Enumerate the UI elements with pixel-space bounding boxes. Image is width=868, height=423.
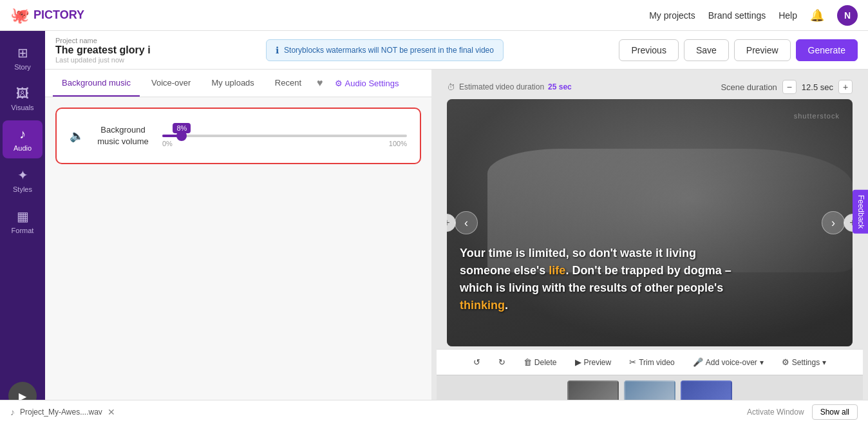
notice-text: Storyblocks watermarks will NOT be prese… — [284, 46, 494, 55]
settings-chevron: ▾ — [822, 358, 826, 367]
sidebar-item-label-story: Story — [14, 63, 31, 71]
project-info: Project name The greatest glory i Last u… — [55, 37, 151, 64]
scene-duration-decrease[interactable]: − — [782, 80, 797, 94]
undo-button[interactable]: ↺ — [466, 353, 487, 371]
caption-line1: Your time is limited, so don't waste it … — [460, 247, 696, 259]
save-button[interactable]: Save — [684, 39, 729, 61]
audio-tabs: Background music Voice-over My uploads R… — [45, 70, 431, 97]
tab-background-music[interactable]: Background music — [53, 70, 140, 97]
play-icon: ▶ — [575, 357, 581, 367]
sidebar-item-visuals[interactable]: 🖼 Visuals — [3, 80, 42, 118]
sidebar-item-label-audio: Audio — [14, 144, 32, 152]
sidebar: ⊞ Story 🖼 Visuals ♪ Audio ✦ Styles ▦ For… — [0, 31, 45, 423]
estimated-duration-label: Estimated video duration — [459, 82, 544, 91]
storyblocks-notice: ℹ Storyblocks watermarks will NOT be pre… — [266, 39, 504, 61]
settings-button[interactable]: ⚙ Settings ▾ — [775, 353, 833, 371]
preview-label: Preview — [584, 358, 612, 367]
audio-settings-tab[interactable]: ⚙ Audio Settings — [330, 71, 404, 96]
activate-windows-text: Activate Window — [747, 408, 804, 417]
estimated-duration: ⏱ Estimated video duration 25 sec — [439, 79, 580, 96]
slider-labels: 0% 100% — [162, 140, 407, 147]
bottom-bar: ♪ Project_My-Awes....wav ✕ Activate Wind… — [0, 400, 868, 423]
sidebar-item-label-styles: Styles — [13, 185, 32, 193]
slider-thumb[interactable] — [176, 131, 187, 141]
scene-duration-value: 12.5 sec — [802, 82, 833, 92]
sidebar-item-audio[interactable]: ♪ Audio — [3, 120, 42, 158]
slider-track[interactable] — [162, 135, 407, 137]
story-icon: ⊞ — [17, 45, 28, 61]
generate-button[interactable]: Generate — [796, 39, 858, 61]
clock-icon: ⏱ — [447, 82, 455, 92]
bottom-left: ♪ Project_My-Awes....wav ✕ — [10, 407, 115, 417]
feedback-tab[interactable]: Feedback — [853, 189, 868, 234]
voiceover-chevron: ▾ — [760, 358, 764, 367]
tab-my-uploads[interactable]: My uploads — [202, 70, 263, 97]
sidebar-item-styles[interactable]: ✦ Styles — [3, 161, 42, 200]
topnav-right: My projects Brand settings Help 🔔 N — [649, 5, 858, 26]
nav-help[interactable]: Help — [778, 10, 797, 21]
show-all-button[interactable]: Show all — [812, 404, 858, 420]
video-toolbar: ↺ ↻ 🗑 Delete ▶ Preview ✂ Tr — [437, 349, 863, 375]
sidebar-item-format[interactable]: ▦ Format — [3, 202, 42, 241]
scene-duration-label: Scene duration — [721, 82, 777, 92]
favorites-heart-icon[interactable]: ♥ — [313, 70, 327, 97]
volume-card: 🔈 Backgroundmusic volume 8% 0% 100% — [55, 108, 421, 164]
audio-filename: Project_My-Awes....wav — [20, 408, 102, 417]
styles-icon: ✦ — [17, 167, 28, 183]
nav-prev-scene[interactable]: ‹ — [455, 211, 478, 234]
nav-my-projects[interactable]: My projects — [649, 10, 695, 21]
add-voiceover-button[interactable]: 🎤 Add voice-over ▾ — [686, 353, 771, 371]
two-col: Background music Voice-over My uploads R… — [45, 70, 868, 423]
delete-button[interactable]: 🗑 Delete — [516, 353, 564, 371]
notification-icon[interactable]: 🔔 — [810, 8, 824, 23]
header-actions: Previous Save Preview Generate — [619, 39, 858, 61]
close-audio-button[interactable]: ✕ — [108, 407, 115, 417]
redo-button[interactable]: ↻ — [491, 353, 513, 371]
redo-icon: ↻ — [498, 357, 505, 367]
trim-video-button[interactable]: ✂ Trim video — [622, 353, 682, 371]
audio-icon: ♪ — [19, 127, 26, 142]
video-preview-button[interactable]: ▶ Preview — [568, 353, 619, 371]
topnav: 🐙 PICTORY My projects Brand settings Hel… — [0, 0, 868, 31]
content-area: Project name The greatest glory i Last u… — [45, 31, 868, 423]
logo[interactable]: 🐙 PICTORY — [10, 6, 84, 24]
caption-line2-pre: someone else's — [460, 264, 549, 277]
caption-end: . — [505, 299, 508, 312]
slider-max-label: 100% — [389, 140, 407, 147]
right-panel: ⏱ Estimated video duration 25 sec Scene … — [431, 70, 868, 423]
scene-duration-increase[interactable]: + — [838, 80, 853, 94]
mic-icon: 🎤 — [693, 357, 703, 367]
slider-min-label: 0% — [162, 140, 173, 147]
undo-icon: ↺ — [473, 357, 480, 367]
nav-brand-settings[interactable]: Brand settings — [708, 10, 766, 21]
sidebar-item-label-visuals: Visuals — [11, 104, 33, 111]
project-title: The greatest glory i — [55, 44, 151, 56]
tab-recent[interactable]: Recent — [266, 70, 310, 97]
delete-label: Delete — [534, 358, 557, 367]
video-preview: ‹ › shutterstock Your time is limited, s… — [447, 99, 853, 346]
sidebar-item-story[interactable]: ⊞ Story — [3, 39, 42, 77]
caption-line3: which is living with the results of othe… — [460, 281, 723, 294]
project-updated: Last updated just now — [55, 56, 151, 64]
caption-line2-post: . Don't be trapped by dogma – — [565, 264, 731, 277]
gear-icon: ⚙ — [335, 79, 343, 88]
preview-button[interactable]: Preview — [734, 39, 791, 61]
watermark-text: shutterstock — [794, 112, 840, 120]
settings-icon: ⚙ — [782, 357, 789, 367]
volume-icon[interactable]: 🔈 — [70, 129, 84, 143]
previous-button[interactable]: Previous — [619, 39, 678, 61]
caption-life: life — [549, 264, 565, 277]
video-caption: Your time is limited, so don't waste it … — [460, 245, 840, 314]
slider-container: 8% 0% 100% — [162, 124, 407, 147]
avatar[interactable]: N — [837, 5, 858, 26]
audio-file-icon: ♪ — [10, 407, 15, 417]
bottom-right: Activate Window Show all — [747, 404, 858, 420]
tab-voiceover[interactable]: Voice-over — [142, 70, 200, 97]
logo-icon: 🐙 — [10, 6, 30, 24]
project-header: Project name The greatest glory i Last u… — [45, 31, 868, 70]
scene-controls: Scene duration − 12.5 sec + — [715, 77, 858, 97]
scissors-icon: ✂ — [629, 357, 636, 367]
nav-next-scene[interactable]: › — [822, 211, 845, 234]
video-background: ‹ › shutterstock Your time is limited, s… — [447, 99, 853, 346]
caption-thinking: thinking — [460, 299, 505, 312]
